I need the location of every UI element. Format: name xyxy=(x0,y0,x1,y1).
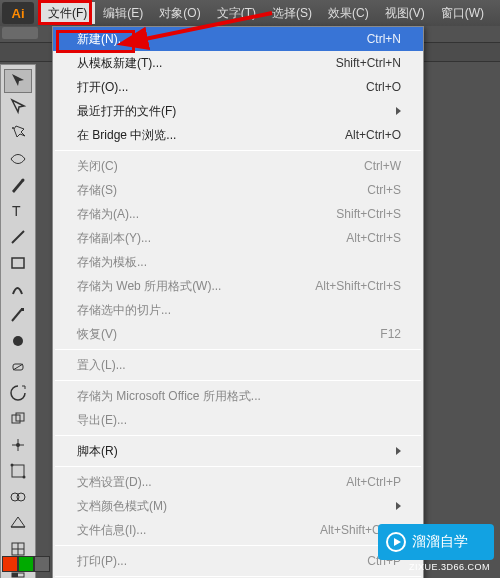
menu-对象o[interactable]: 对象(O) xyxy=(151,2,208,24)
menuitem-label: 最近打开的文件(F) xyxy=(77,103,396,120)
svg-rect-12 xyxy=(12,465,24,477)
blob-brush-tool[interactable] xyxy=(4,329,32,353)
menuitem-置入l: 置入(L)... xyxy=(53,353,423,377)
menu-separator xyxy=(55,576,421,577)
watermark-text: 溜溜自学 xyxy=(412,533,468,551)
menuitem-恢复v: 恢复(V)F12 xyxy=(53,322,423,346)
scale-tool[interactable] xyxy=(4,407,32,431)
menuitem-label: 存储副本(Y)... xyxy=(77,230,346,247)
pencil-tool[interactable] xyxy=(4,303,32,327)
menuitem-存储为web所用格式w: 存储为 Web 所用格式(W)...Alt+Shift+Ctrl+S xyxy=(53,274,423,298)
menuitem-label: 关闭(C) xyxy=(77,158,364,175)
menuitem-打印p: 打印(P)...Ctrl+P xyxy=(53,549,423,573)
menuitem-shortcut: Alt+Ctrl+P xyxy=(346,475,401,489)
svg-point-14 xyxy=(23,476,26,479)
menuitem-文档颜色模式m: 文档颜色模式(M) xyxy=(53,494,423,518)
menu-separator xyxy=(55,380,421,381)
submenu-arrow-icon xyxy=(396,447,401,455)
menuitem-shortcut: Ctrl+S xyxy=(367,183,401,197)
menuitem-存储为a: 存储为(A)...Shift+Ctrl+S xyxy=(53,202,423,226)
menuitem-shortcut: Ctrl+O xyxy=(366,80,401,94)
menuitem-shortcut: F12 xyxy=(380,327,401,341)
free-transform-tool[interactable] xyxy=(4,459,32,483)
menuitem-label: 存储选中的切片... xyxy=(77,302,401,319)
menuitem-存储选中的切片: 存储选中的切片... xyxy=(53,298,423,322)
selection-tool[interactable] xyxy=(4,69,32,93)
menuitem-label: 打印(P)... xyxy=(77,553,367,570)
menu-separator xyxy=(55,150,421,151)
menuitem-label: 文档设置(D)... xyxy=(77,474,346,491)
menu-选择s[interactable]: 选择(S) xyxy=(264,2,320,24)
swatch[interactable] xyxy=(34,556,50,572)
menuitem-shortcut: Ctrl+W xyxy=(364,159,401,173)
width-tool[interactable] xyxy=(4,433,32,457)
svg-text:T: T xyxy=(12,203,21,219)
menuitem-label: 脚本(R) xyxy=(77,443,396,460)
watermark-subtext: ZIXUE.3D66.COM xyxy=(409,562,490,572)
menuitem-打开o[interactable]: 打开(O)...Ctrl+O xyxy=(53,75,423,99)
menuitem-文档设置d: 文档设置(D)...Alt+Ctrl+P xyxy=(53,470,423,494)
magic-wand-tool[interactable] xyxy=(4,121,32,145)
menuitem-存储为模板: 存储为模板... xyxy=(53,250,423,274)
menuitem-label: 恢复(V) xyxy=(77,326,380,343)
shape-builder-tool[interactable] xyxy=(4,485,32,509)
svg-point-13 xyxy=(11,464,14,467)
svg-line-8 xyxy=(13,364,23,370)
watermark-badge: 溜溜自学 xyxy=(378,524,494,560)
annotation-box-new-item xyxy=(56,30,135,53)
menu-文字t[interactable]: 文字(T) xyxy=(209,2,264,24)
swatch[interactable] xyxy=(18,556,34,572)
menu-窗口w[interactable]: 窗口(W) xyxy=(433,2,492,24)
menuitem-label: 存储(S) xyxy=(77,182,367,199)
menuitem-label: 存储为模板... xyxy=(77,254,401,271)
menu-separator xyxy=(55,545,421,546)
submenu-arrow-icon xyxy=(396,107,401,115)
rectangle-tool[interactable] xyxy=(4,251,32,275)
menu-separator xyxy=(55,435,421,436)
perspective-grid-tool[interactable] xyxy=(4,511,32,535)
menuitem-存储副本y: 存储副本(Y)...Alt+Ctrl+S xyxy=(53,226,423,250)
svg-rect-22 xyxy=(12,573,18,577)
lasso-tool[interactable] xyxy=(4,147,32,171)
menuitem-shortcut: Shift+Ctrl+N xyxy=(336,56,401,70)
menuitem-shortcut: Alt+Shift+Ctrl+S xyxy=(315,279,401,293)
svg-rect-4 xyxy=(12,258,24,268)
menuitem-label: 置入(L)... xyxy=(77,357,401,374)
menu-separator xyxy=(55,466,421,467)
menuitem-label: 打开(O)... xyxy=(77,79,366,96)
annotation-box-file-menu xyxy=(38,0,92,25)
menuitem-label: 存储为 Web 所用格式(W)... xyxy=(77,278,315,295)
swatch[interactable] xyxy=(2,556,18,572)
svg-point-1 xyxy=(22,179,25,182)
color-swatches xyxy=(2,556,50,572)
type-tool[interactable]: T xyxy=(4,199,32,223)
menuitem-在bridge中浏览[interactable]: 在 Bridge 中浏览...Alt+Ctrl+O xyxy=(53,123,423,147)
pen-tool[interactable] xyxy=(4,173,32,197)
tools-panel: T xyxy=(0,64,36,578)
app-logo: Ai xyxy=(2,2,34,24)
menuitem-文件信息i: 文件信息(I)...Alt+Shift+Ctrl+I xyxy=(53,518,423,542)
control-bar-handle[interactable] xyxy=(2,27,38,39)
svg-point-0 xyxy=(12,127,14,129)
svg-point-16 xyxy=(17,493,25,501)
svg-rect-5 xyxy=(21,308,24,311)
paintbrush-tool[interactable] xyxy=(4,277,32,301)
menu-编辑e[interactable]: 编辑(E) xyxy=(95,2,151,24)
menuitem-shortcut: Ctrl+N xyxy=(367,32,401,46)
eraser-tool[interactable] xyxy=(4,355,32,379)
menuitem-存储为microsoftoffice所用格式: 存储为 Microsoft Office 所用格式... xyxy=(53,384,423,408)
line-tool[interactable] xyxy=(4,225,32,249)
menu-效果c[interactable]: 效果(C) xyxy=(320,2,377,24)
menuitem-label: 存储为(A)... xyxy=(77,206,336,223)
menuitem-从模板新建t[interactable]: 从模板新建(T)...Shift+Ctrl+N xyxy=(53,51,423,75)
direct-selection-tool[interactable] xyxy=(4,95,32,119)
menu-视图v[interactable]: 视图(V) xyxy=(377,2,433,24)
menuitem-脚本r[interactable]: 脚本(R) xyxy=(53,439,423,463)
menuitem-导出e: 导出(E)... xyxy=(53,408,423,432)
menu-separator xyxy=(55,349,421,350)
menuitem-最近打开的文件f[interactable]: 最近打开的文件(F) xyxy=(53,99,423,123)
play-icon xyxy=(386,532,406,552)
rotate-tool[interactable] xyxy=(4,381,32,405)
svg-line-3 xyxy=(12,231,24,243)
menuitem-shortcut: Alt+Ctrl+S xyxy=(346,231,401,245)
